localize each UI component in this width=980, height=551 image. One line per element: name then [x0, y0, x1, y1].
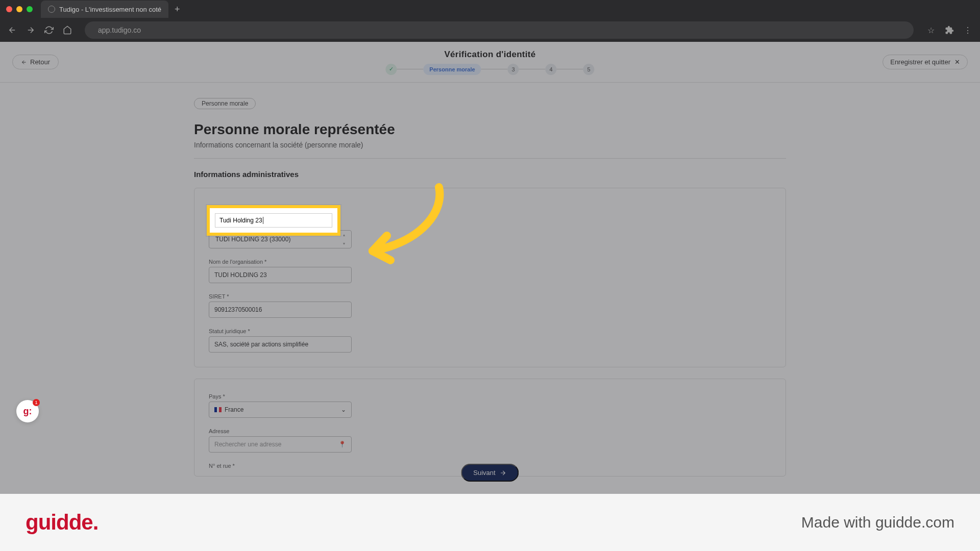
save-quit-button[interactable]: Enregistrer et quitter ✕: [883, 55, 968, 69]
pays-select[interactable]: France ⌄: [209, 402, 352, 418]
step-4: 4: [546, 64, 557, 75]
guidde-logo: guidde.: [26, 510, 98, 535]
browser-tab[interactable]: Tudigo - L'investissement non coté: [41, 1, 168, 18]
arrow-annotation-icon: [357, 180, 454, 266]
step-1-done: ✓: [385, 64, 397, 75]
next-button[interactable]: Suivant: [461, 464, 519, 482]
section-title: Personne morale représentée: [194, 121, 786, 138]
org-name-input[interactable]: TUDI HOLDING 23: [209, 267, 352, 283]
window-close-icon[interactable]: [6, 6, 12, 12]
guidde-widget[interactable]: g: 1: [16, 400, 39, 422]
browser-chrome: Tudigo - L'investissement non coté + app…: [0, 0, 980, 42]
star-icon[interactable]: ☆: [926, 25, 936, 35]
guidde-logo-icon: g:: [23, 406, 32, 417]
category-badge: Personne morale: [194, 98, 256, 109]
extensions-icon[interactable]: [944, 25, 954, 35]
reload-icon[interactable]: [44, 25, 54, 35]
step-connector: [397, 69, 423, 69]
window-controls: [6, 6, 33, 12]
next-label: Suivant: [473, 469, 495, 477]
page-content: Retour Vérification d'identité ✓ Personn…: [0, 42, 980, 494]
save-quit-label: Enregistrer et quitter: [890, 58, 950, 66]
pays-label: Pays *: [209, 393, 771, 399]
main-content: Personne morale Personne morale représen…: [194, 83, 786, 477]
new-tab-button[interactable]: +: [175, 4, 180, 15]
suggestion-text: TUDI HOLDING 23 (33000): [215, 236, 290, 243]
arrow-right-icon: [500, 469, 507, 477]
step-2-active: Personne morale: [423, 64, 481, 75]
statut-input[interactable]: SAS, société par actions simplifiée: [209, 336, 352, 353]
url-text: app.tudigo.co: [98, 26, 141, 34]
window-minimize-icon[interactable]: [16, 6, 22, 12]
company-search-input[interactable]: Tudi Holding 23: [215, 213, 332, 228]
nav-bar: app.tudigo.co ☆ ⋮: [0, 18, 980, 42]
step-connector: [557, 69, 583, 69]
adresse-label: Adresse: [209, 428, 771, 434]
tab-title: Tudigo - L'investissement non coté: [59, 6, 161, 13]
address-bar[interactable]: app.tudigo.co: [85, 21, 914, 39]
divider: [194, 158, 786, 159]
adresse-input[interactable]: Rechercher une adresse 📍: [209, 436, 352, 453]
form-card-address: Pays * France ⌄ Adresse Rechercher une a…: [194, 379, 786, 477]
home-icon[interactable]: [62, 25, 72, 35]
menu-icon[interactable]: ⋮: [963, 25, 973, 35]
siret-input[interactable]: 90912370500016: [209, 302, 352, 318]
stepper: ✓ Personne morale 3 4 5: [385, 64, 594, 75]
back-label: Retour: [30, 58, 50, 66]
back-button[interactable]: Retour: [12, 55, 59, 69]
footer-bar: guidde. Made with guidde.com: [0, 494, 980, 551]
step-connector: [481, 69, 508, 69]
section-subtitle: Informations concernant la société (pers…: [194, 141, 786, 149]
scroll-handle-icon: ▴▾: [343, 233, 349, 246]
notification-badge: 1: [33, 399, 40, 406]
pin-icon: 📍: [338, 441, 346, 448]
app-header: Retour Vérification d'identité ✓ Personn…: [0, 42, 980, 83]
page-title: Vérification d'identité: [385, 49, 594, 60]
sub-heading: Informations administratives: [194, 170, 786, 179]
step-3: 3: [508, 64, 519, 75]
forward-icon[interactable]: [26, 25, 36, 35]
flag-icon: [214, 407, 222, 412]
window-maximize-icon[interactable]: [27, 6, 33, 12]
made-with-credit: Made with guidde.com: [801, 514, 954, 531]
siret-label: SIRET *: [209, 293, 771, 299]
close-icon: ✕: [954, 58, 960, 66]
tab-bar: Tudigo - L'investissement non coté +: [0, 0, 980, 18]
back-icon[interactable]: [7, 25, 17, 35]
step-5: 5: [583, 64, 595, 75]
step-connector: [519, 69, 546, 69]
chevron-down-icon: ⌄: [341, 406, 346, 413]
highlight-callout: Tudi Holding 23: [207, 205, 340, 236]
org-label: Nom de l'organisation *: [209, 259, 771, 265]
header-center: Vérification d'identité ✓ Personne moral…: [385, 49, 594, 75]
statut-label: Statut juridique *: [209, 328, 771, 334]
globe-icon: [48, 6, 55, 13]
